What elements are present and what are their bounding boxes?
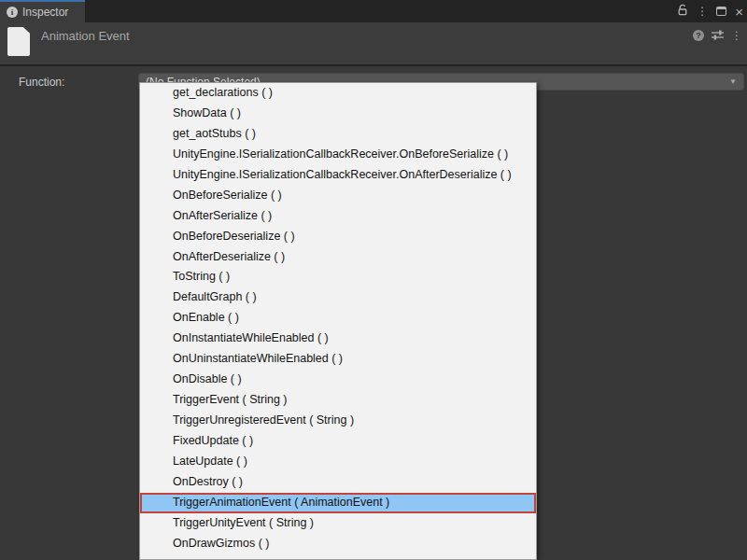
menu-item[interactable]: DefaultGraph ( ): [140, 287, 536, 308]
menu-item[interactable]: UnityEngine.ISerializationCallbackReceiv…: [140, 145, 536, 165]
function-dropdown-menu: get_declarations ( )ShowData ( )get_aotS…: [139, 82, 537, 560]
presets-icon[interactable]: [712, 27, 724, 44]
window-menu-icon[interactable]: ⋮: [697, 6, 708, 17]
menu-item[interactable]: get_aotStubs ( ): [140, 124, 536, 145]
tab-inspector-label: Inspector: [22, 6, 68, 19]
function-label: Function:: [19, 76, 64, 89]
menu-item[interactable]: TriggerUnityEvent ( String ): [140, 513, 536, 534]
component-title: Animation Event: [41, 29, 130, 43]
menu-item[interactable]: ToString ( ): [140, 267, 536, 287]
menu-item[interactable]: OnDrawGizmos ( ): [140, 534, 536, 554]
maximize-icon[interactable]: [716, 7, 726, 16]
menu-item[interactable]: OnAfterDeserialize ( ): [140, 247, 536, 268]
component-header: Animation Event ? ⋮: [0, 22, 747, 66]
help-icon[interactable]: ?: [693, 30, 704, 41]
menu-item[interactable]: get_declarations ( ): [140, 83, 536, 104]
chevron-down-icon: ▼: [729, 77, 743, 86]
close-icon[interactable]: ×: [735, 5, 743, 19]
menu-item[interactable]: OnUninstantiateWhileEnabled ( ): [140, 349, 536, 370]
menu-item[interactable]: TriggerEvent ( String ): [140, 390, 536, 411]
menu-item[interactable]: TriggerUnregisteredEvent ( String ): [140, 411, 536, 431]
script-asset-icon: [7, 27, 30, 56]
menu-item[interactable]: OnDisable ( ): [140, 370, 536, 390]
menu-item[interactable]: OnInstantiateWhileEnabled ( ): [140, 329, 536, 349]
header-icons: ? ⋮: [693, 27, 742, 44]
menu-item[interactable]: OnBeforeSerialize ( ): [140, 186, 536, 206]
menu-item[interactable]: OnAfterSerialize ( ): [140, 206, 536, 227]
info-icon: i: [7, 7, 18, 18]
menu-item[interactable]: OnDestroy ( ): [140, 472, 536, 493]
menu-item[interactable]: OnBeforeDeserialize ( ): [140, 227, 536, 247]
inspector-window: i Inspector ⋮ × Animation Event ?: [0, 0, 747, 560]
context-menu-icon[interactable]: ⋮: [731, 30, 742, 41]
menu-item[interactable]: ShowData ( ): [140, 104, 536, 124]
titlebar-icons: ⋮ ×: [677, 0, 743, 22]
tab-bar: i Inspector ⋮ ×: [0, 0, 747, 22]
unlock-icon[interactable]: [677, 3, 688, 20]
tab-inspector[interactable]: i Inspector: [0, 0, 85, 22]
menu-item[interactable]: OnEnable ( ): [140, 308, 536, 329]
menu-item[interactable]: LateUpdate ( ): [140, 452, 536, 472]
menu-item[interactable]: FixedUpdate ( ): [140, 431, 536, 452]
menu-item-selected[interactable]: TriggerAnimationEvent ( AnimationEvent ): [140, 493, 536, 513]
menu-item[interactable]: UnityEngine.ISerializationCallbackReceiv…: [140, 165, 536, 186]
